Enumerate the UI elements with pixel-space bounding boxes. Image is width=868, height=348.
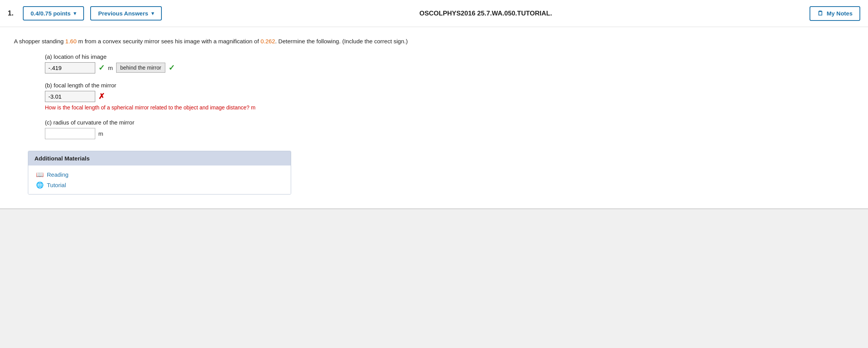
- points-chevron-icon: ▾: [74, 10, 76, 16]
- problem-value-1: 1.60: [65, 38, 77, 44]
- part-c-input-row: m: [45, 128, 854, 139]
- part-a-label: (a) location of his image: [45, 53, 854, 60]
- reading-link[interactable]: 📖 Reading: [36, 171, 283, 178]
- additional-materials-box: Additional Materials 📖 Reading 🌐 Tutoria…: [28, 151, 291, 194]
- problem-text: A shopper standing 1.60 m from a convex …: [14, 36, 854, 46]
- part-a-input-row: ✓ m behind the mirror ✓: [45, 62, 854, 73]
- tutorial-link[interactable]: 🌐 Tutorial: [36, 181, 283, 189]
- previous-answers-chevron-icon: ▾: [151, 10, 154, 16]
- problem-value-2: 0.262: [261, 38, 275, 44]
- previous-answers-button[interactable]: Previous Answers ▾: [90, 6, 162, 20]
- part-b: (b) focal length of the mirror ✗ How is …: [45, 82, 854, 111]
- tutorial-label: Tutorial: [47, 182, 66, 188]
- question-id: OSCOLPHYS2016 25.7.WA.050.TUTORIAL.: [168, 10, 803, 17]
- my-notes-button[interactable]: 🗒 My Notes: [810, 6, 860, 21]
- header-bar: 1. 0.4/0.75 points ▾ Previous Answers ▾ …: [0, 0, 868, 27]
- page-wrapper: 1. 0.4/0.75 points ▾ Previous Answers ▾ …: [0, 0, 868, 348]
- part-a-badge: behind the mirror: [116, 63, 166, 73]
- part-a-check-icon: ✓: [98, 63, 105, 72]
- part-b-input-row: ✗: [45, 91, 854, 102]
- book-icon: 📖: [36, 171, 44, 178]
- problem-text-after-2: . Determine the following. (Include the …: [275, 38, 408, 44]
- notes-icon: 🗒: [817, 10, 823, 17]
- part-c: (c) radius of curvature of the mirror m: [45, 119, 854, 139]
- part-b-input[interactable]: [45, 91, 95, 102]
- content-area: A shopper standing 1.60 m from a convex …: [0, 27, 868, 209]
- part-a-unit: m: [108, 65, 113, 71]
- part-b-label: (b) focal length of the mirror: [45, 82, 854, 89]
- additional-materials-body: 📖 Reading 🌐 Tutorial: [28, 165, 291, 194]
- reading-label: Reading: [47, 171, 69, 178]
- part-a-input[interactable]: [45, 62, 95, 73]
- globe-icon: 🌐: [36, 181, 44, 189]
- question-number: 1.: [8, 9, 14, 17]
- part-b-unit: m: [251, 104, 256, 111]
- problem-text-after-1: m from a convex security mirror sees his…: [77, 38, 261, 44]
- part-a-check2-icon: ✓: [168, 63, 175, 72]
- my-notes-label: My Notes: [827, 10, 853, 17]
- points-button[interactable]: 0.4/0.75 points ▾: [23, 6, 84, 20]
- additional-materials-header: Additional Materials: [28, 151, 291, 165]
- part-c-input[interactable]: [45, 128, 95, 139]
- part-a: (a) location of his image ✓ m behind the…: [45, 53, 854, 73]
- part-b-cross-icon: ✗: [98, 92, 105, 101]
- part-b-hint: How is the focal length of a spherical m…: [45, 104, 854, 111]
- previous-answers-label: Previous Answers: [98, 10, 148, 17]
- problem-text-before-1: A shopper standing: [14, 38, 65, 44]
- points-label: 0.4/0.75 points: [31, 10, 70, 17]
- part-c-label: (c) radius of curvature of the mirror: [45, 119, 854, 126]
- part-c-unit: m: [98, 130, 103, 137]
